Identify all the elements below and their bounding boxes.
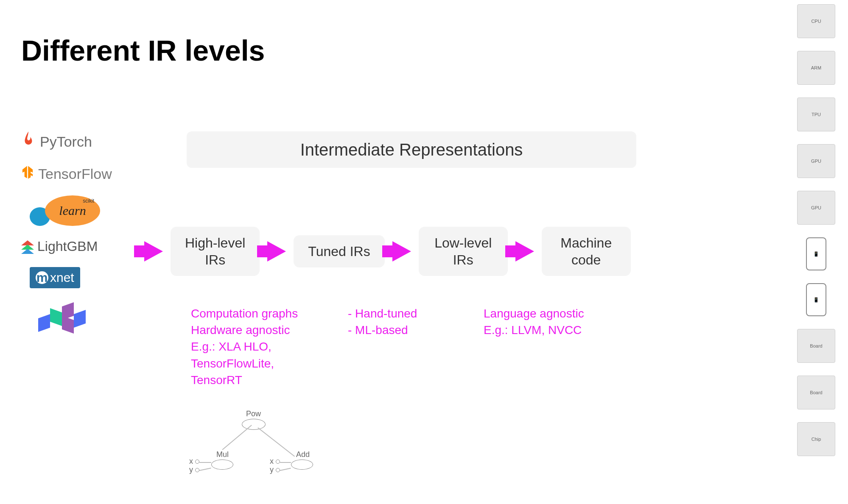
annot-line: - ML-based [348, 322, 450, 338]
annot-line: E.g.: XLA HLO, [191, 338, 327, 355]
lightgbm-icon [21, 240, 34, 253]
tensorflow-label: TensorFlow [38, 166, 112, 182]
flow-row: High-level IRs Tuned IRs Low-level IRs M… [144, 227, 631, 276]
mxnet-m-icon: m [36, 271, 48, 284]
arrow-icon [144, 241, 163, 262]
graph-edge [258, 427, 295, 457]
hardware-arm-chip-icon: ARM [797, 51, 835, 85]
graph-edge [280, 462, 291, 463]
graph-label-add: Add [296, 450, 310, 459]
framework-sklearn: scikit learn [30, 195, 140, 226]
graph-label-x: x [270, 457, 274, 466]
hardware-gpu-icon: GPU [797, 144, 835, 178]
hardware-soc-icon: Chip [797, 422, 835, 456]
frameworks-column: PyTorch TensorFlow scikit learn LightGBM… [21, 131, 140, 335]
graph-label-y: y [270, 465, 274, 474]
graph-input-circle [195, 468, 199, 472]
computation-graph-diagram: Pow Mul Add x y x y [187, 411, 331, 487]
graph-label-y: y [189, 465, 193, 474]
graph-node-mul [211, 459, 233, 470]
box-low-label: Low-level IRs [434, 235, 492, 267]
sklearn-small-label: scikit [83, 198, 94, 204]
slide-title: Different IR levels [21, 34, 265, 67]
arrow-icon [267, 241, 286, 262]
annot-line: TensorFlowLite, [191, 355, 327, 372]
box-high-level-irs: High-level IRs [171, 227, 260, 276]
graph-input-circle [276, 459, 280, 464]
annot-line: Hardware agnostic [191, 322, 327, 338]
annotation-high-level: Computation graphs Hardware agnostic E.g… [191, 305, 327, 388]
annot-line: TensorRT [191, 372, 327, 388]
annot-line: - Hand-tuned [348, 305, 450, 322]
box-tuned-label: Tuned IRs [308, 244, 370, 259]
hardware-accelerator-icon: TPU [797, 97, 835, 131]
hardware-arduino-icon: Board [797, 376, 835, 409]
graph-input-circle [276, 468, 280, 472]
hardware-gpu-icon: GPU [797, 191, 835, 225]
framework-tensorflow: TensorFlow [21, 165, 140, 183]
lightgbm-label: LightGBM [37, 239, 98, 254]
graph-edge [199, 468, 211, 471]
mxnet-badge: m xnet [30, 267, 80, 288]
framework-jax [34, 301, 85, 335]
pytorch-label: PyTorch [40, 134, 92, 150]
arrow-icon [392, 241, 411, 262]
hardware-android-phone-icon: 📱 [806, 237, 826, 270]
pytorch-flame-icon [21, 131, 36, 152]
hardware-column: CPU ARM TPU GPU GPU 📱 📱 Board Board Chip [793, 4, 840, 456]
annotation-tuned: - Hand-tuned - ML-based [348, 305, 450, 338]
graph-edge [199, 462, 211, 463]
annot-line: Language agnostic [484, 305, 611, 322]
ir-header-box: Intermediate Representations [187, 131, 636, 168]
graph-edge [222, 425, 252, 450]
arrow-icon [515, 241, 534, 262]
hardware-dev-board-icon: Board [797, 329, 835, 363]
framework-lightgbm: LightGBM [21, 239, 140, 254]
box-machine-code: Machine code [542, 227, 631, 276]
tensorflow-icon [21, 165, 34, 183]
graph-node-pow [242, 419, 266, 430]
graph-label-x: x [189, 457, 193, 466]
hardware-cpu-icon: CPU [797, 4, 835, 38]
graph-node-add [291, 459, 313, 470]
mxnet-label: xnet [50, 270, 74, 285]
annot-line: E.g.: LLVM, NVCC [484, 322, 611, 338]
graph-label-pow: Pow [246, 409, 261, 418]
annotation-low-level: Language agnostic E.g.: LLVM, NVCC [484, 305, 611, 338]
sklearn-large-label: learn [59, 203, 86, 218]
framework-pytorch: PyTorch [21, 131, 140, 152]
graph-input-circle [195, 459, 199, 464]
box-tuned-irs: Tuned IRs [294, 235, 384, 267]
graph-edge [280, 468, 291, 471]
sklearn-orange-shape: scikit learn [45, 195, 100, 226]
framework-mxnet: m xnet [30, 267, 140, 288]
annot-line: Computation graphs [191, 305, 327, 322]
graph-label-mul: Mul [216, 450, 229, 459]
box-machine-label: Machine code [560, 235, 612, 267]
box-high-label: High-level IRs [185, 235, 245, 267]
hardware-iphone-icon: 📱 [806, 283, 826, 316]
box-low-level-irs: Low-level IRs [419, 227, 508, 276]
